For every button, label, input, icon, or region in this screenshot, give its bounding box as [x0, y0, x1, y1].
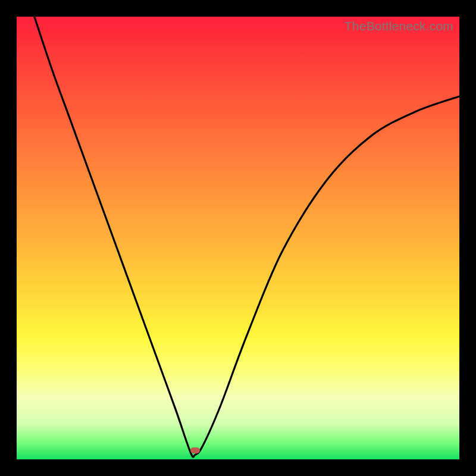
- chart-frame: TheBottleneck.com: [0, 0, 476, 476]
- plot-area: TheBottleneck.com: [17, 17, 459, 459]
- bottleneck-curve: [17, 17, 459, 459]
- curve-path: [35, 17, 459, 457]
- min-marker: [190, 447, 200, 453]
